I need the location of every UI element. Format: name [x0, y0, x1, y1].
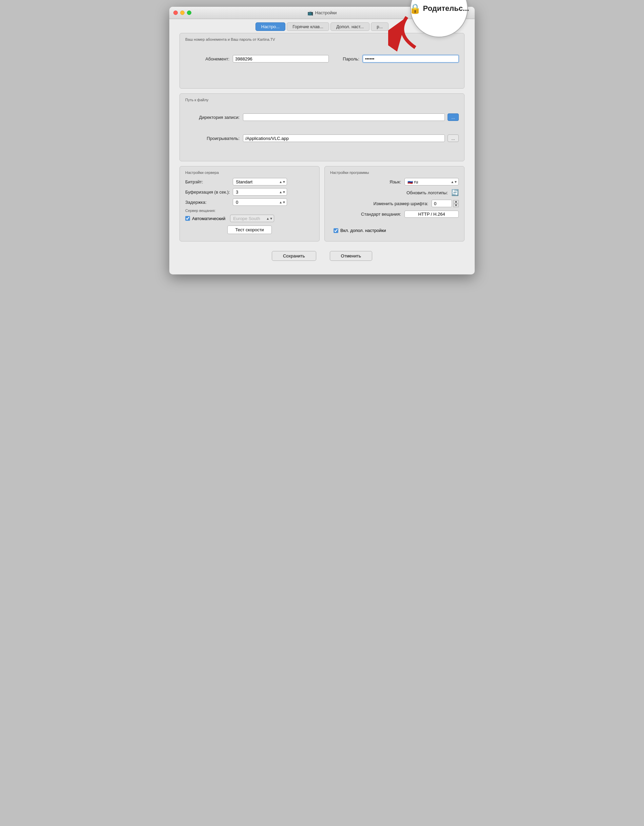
record-dir-browse-btn[interactable]: ... — [447, 113, 459, 121]
extra-settings-label: Вкл. допол. настройки — [340, 228, 386, 233]
window-title: 📺 Настройки — [307, 10, 337, 16]
buffer-label: Буферизация (в сек.): — [185, 189, 233, 195]
broadcast-std-label: Стандарт вещания: — [347, 211, 401, 217]
path-section: Путь к файлу Директория записи: ... Прои… — [180, 93, 464, 161]
tab-dop-nast[interactable]: Допол. наст... — [330, 22, 370, 31]
extra-settings-checkbox[interactable] — [334, 228, 338, 233]
broadcast-std-row: Стандарт вещания: HTTP / H.264 — [330, 211, 459, 218]
player-input[interactable] — [243, 135, 445, 142]
font-size-input[interactable] — [432, 200, 452, 207]
program-panel-title: Настройки программы — [330, 171, 459, 175]
delay-row: Задержка: 0 1 2 ▲▼ — [185, 198, 314, 206]
buffer-select[interactable]: 3 1 5 — [233, 188, 287, 196]
font-size-stepper: ▲ ▼ — [453, 200, 459, 207]
bottom-buttons: Сохранить Отменить — [180, 246, 464, 268]
subscription-label: Абонемент: — [185, 56, 229, 62]
speed-test-btn[interactable]: Тест скорости — [228, 225, 271, 234]
subscription-input[interactable] — [233, 55, 329, 62]
server-settings-panel: Настройки сервера Битрэйт: Standart High… — [180, 166, 320, 241]
language-row: Язык: 🇷🇺 ru en ▲▼ — [330, 178, 459, 185]
language-label: Язык: — [347, 179, 401, 185]
cancel-button[interactable]: Отменить — [330, 251, 372, 261]
program-settings-panel: Настройки программы Язык: 🇷🇺 ru en ▲▼ Об… — [324, 166, 464, 241]
delay-select[interactable]: 0 1 2 — [233, 198, 287, 206]
font-size-down[interactable]: ▼ — [453, 204, 459, 207]
delay-label: Задержка: — [185, 200, 233, 205]
font-size-row: Изменить размер шрифта: ▲ ▼ — [330, 200, 459, 207]
server-select[interactable]: Europe South Europe North — [230, 215, 274, 222]
refresh-logos-btn[interactable]: 🔄 — [451, 189, 459, 196]
player-label: Проигрыватель: — [185, 136, 240, 141]
traffic-lights — [173, 11, 191, 15]
tab-hotkeys[interactable]: Горячие клав... — [287, 22, 329, 31]
font-size-wrapper: ▲ ▼ — [432, 200, 459, 207]
content-area: Ваш номер абонемента и Ваш пароль от Kar… — [169, 33, 475, 275]
titlebar: 📺 Настройки — [169, 7, 475, 19]
subscription-row: Абонемент: Пароль: — [185, 55, 459, 62]
auto-server-checkbox[interactable] — [185, 216, 190, 221]
password-input[interactable] — [363, 55, 459, 62]
font-size-up[interactable]: ▲ — [453, 200, 459, 203]
path-title: Путь к файлу — [185, 98, 459, 102]
auto-server-label: Автоматический — [192, 216, 225, 221]
record-dir-label: Директория записи: — [185, 115, 240, 120]
broadcast-server-label: Сервер вещания: — [185, 208, 314, 213]
title-text: Настройки — [315, 10, 337, 15]
server-panel-title: Настройки сервера — [185, 171, 314, 175]
tab-nastro[interactable]: Настро... — [255, 22, 285, 31]
tab-rodit[interactable]: р... — [371, 22, 389, 31]
broadcast-std-badge: HTTP / H.264 — [404, 211, 459, 218]
record-dir-row: Директория записи: ... — [185, 113, 459, 121]
bitrate-row: Битрэйт: Standart High Low ▲▼ — [185, 178, 314, 185]
minimize-button[interactable] — [180, 11, 184, 15]
player-row: Проигрыватель: ... — [185, 135, 459, 142]
language-select[interactable]: 🇷🇺 ru en — [404, 178, 459, 185]
player-browse-btn[interactable]: ... — [447, 135, 459, 142]
account-description: Ваш номер абонемента и Ваш пароль от Kar… — [185, 37, 459, 42]
settings-panels: Настройки сервера Битрэйт: Standart High… — [180, 166, 464, 241]
account-section: Ваш номер абонемента и Ваш пароль от Kar… — [180, 33, 464, 88]
bitrate-label: Битрэйт: — [185, 179, 233, 185]
tabs-row: Настро... Горячие клав... Допол. наст...… — [169, 19, 475, 33]
close-button[interactable] — [173, 11, 178, 15]
update-logos-row: Обновить логотипы: 🔄 — [330, 189, 459, 196]
extra-settings-row: Вкл. допол. настройки — [330, 228, 459, 233]
record-dir-input[interactable] — [243, 113, 445, 121]
update-logos-label: Обновить логотипы: — [393, 190, 448, 195]
save-button[interactable]: Сохранить — [272, 251, 316, 261]
auto-server-row: Автоматический Europe South Europe North… — [185, 215, 314, 222]
tv-icon: 📺 — [307, 10, 313, 16]
main-window: 📺 Настройки 🔒 Родительс... Настро... Гор… — [169, 7, 475, 275]
bitrate-select[interactable]: Standart High Low — [233, 178, 287, 185]
buffer-row: Буферизация (в сек.): 3 1 5 ▲▼ — [185, 188, 314, 196]
font-size-label: Изменить размер шрифта: — [373, 201, 428, 206]
password-label: Пароль: — [336, 56, 359, 62]
maximize-button[interactable] — [187, 11, 191, 15]
